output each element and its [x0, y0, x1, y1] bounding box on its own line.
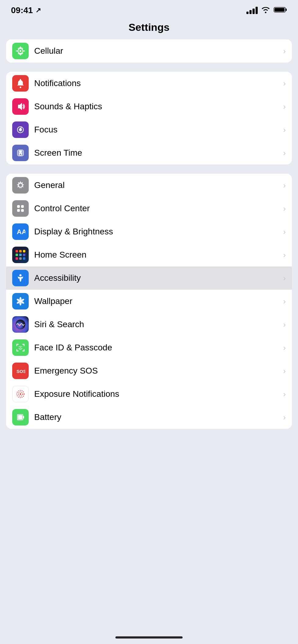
svg-point-4	[20, 50, 21, 52]
settings-row-focus[interactable]: Focus ›	[6, 118, 292, 141]
wallpaper-chevron: ›	[283, 297, 286, 306]
svg-rect-1	[285, 9, 287, 11]
settings-row-display[interactable]: AA Display & Brightness ›	[6, 220, 292, 243]
faceid-chevron: ›	[283, 343, 286, 353]
battery-icon-row	[12, 409, 29, 425]
svg-rect-15	[17, 205, 20, 208]
settings-row-battery[interactable]: Battery ›	[6, 406, 292, 429]
settings-row-accessibility[interactable]: Accessibility ›	[6, 266, 292, 290]
svg-rect-24	[19, 254, 22, 256]
controlcenter-icon	[12, 200, 29, 217]
svg-rect-46	[18, 415, 22, 419]
faceid-icon	[12, 339, 29, 356]
sounds-chevron: ›	[283, 102, 286, 111]
settings-row-notifications[interactable]: Notifications ›	[6, 72, 292, 95]
notifications-chevron: ›	[283, 79, 286, 88]
settings-row-wallpaper[interactable]: Wallpaper ›	[6, 290, 292, 313]
focus-icon	[12, 121, 29, 138]
battery-chevron: ›	[283, 413, 286, 422]
svg-text:SOS: SOS	[16, 369, 25, 374]
svg-rect-22	[23, 250, 25, 252]
emergencysos-icon: SOS	[12, 363, 29, 379]
homescreen-label: Home Screen	[34, 250, 281, 260]
homescreen-icon	[12, 247, 29, 263]
general-icon	[12, 177, 29, 194]
svg-point-40	[21, 346, 22, 347]
settings-group-cellular: Cellular ›	[6, 39, 292, 63]
settings-row-siri[interactable]: Siri & Search ›	[6, 313, 292, 336]
battery-label: Battery	[34, 412, 281, 422]
display-chevron: ›	[283, 227, 286, 237]
siri-icon	[12, 316, 29, 333]
svg-text:AA: AA	[17, 228, 25, 236]
wifi-icon	[261, 6, 270, 14]
exposure-label: Exposure Notifications	[34, 389, 281, 399]
screentime-icon	[12, 145, 29, 161]
settings-row-exposure[interactable]: Exposure Notifications ›	[6, 382, 292, 406]
accessibility-label: Accessibility	[34, 273, 281, 283]
sounds-icon	[12, 98, 29, 115]
page-title: Settings	[0, 18, 298, 39]
status-icons	[246, 6, 287, 14]
svg-point-14	[19, 184, 22, 187]
settings-row-faceid[interactable]: Face ID & Passcode ›	[6, 336, 292, 359]
controlcenter-label: Control Center	[34, 204, 281, 213]
svg-rect-2	[274, 8, 285, 12]
display-label: Display & Brightness	[34, 227, 281, 237]
signal-icon	[246, 7, 258, 14]
focus-chevron: ›	[283, 125, 286, 135]
svg-rect-18	[21, 209, 24, 212]
exposure-icon	[12, 386, 29, 402]
svg-rect-21	[19, 250, 22, 252]
settings-group-notifications: Notifications › Sounds & Haptics ›	[6, 72, 292, 165]
home-indicator	[115, 636, 183, 639]
svg-rect-16	[21, 205, 24, 208]
status-bar: 09:41 ↗	[0, 0, 298, 18]
settings-group-general: General › Control Center › AA	[6, 174, 292, 429]
status-time: 09:41 ↗	[11, 5, 41, 15]
settings-row-sounds[interactable]: Sounds & Haptics ›	[6, 95, 292, 118]
battery-icon	[274, 6, 287, 14]
emergencysos-chevron: ›	[283, 366, 286, 376]
wallpaper-icon	[12, 293, 29, 309]
svg-point-39	[19, 346, 20, 347]
exposure-chevron: ›	[283, 389, 286, 399]
cellular-label: Cellular	[34, 46, 281, 56]
settings-card-cellular: Cellular ›	[6, 39, 292, 63]
cellular-chevron: ›	[283, 46, 286, 56]
settings-row-emergencysos[interactable]: SOS Emergency SOS ›	[6, 359, 292, 382]
cellular-icon	[12, 43, 29, 59]
clock: 09:41	[11, 5, 33, 15]
settings-card-general: General › Control Center › AA	[6, 174, 292, 429]
accessibility-chevron: ›	[283, 273, 286, 283]
svg-marker-10	[18, 103, 22, 110]
settings-row-cellular[interactable]: Cellular ›	[6, 39, 292, 63]
location-arrow-icon: ↗	[35, 6, 41, 14]
svg-rect-23	[16, 254, 18, 256]
notifications-icon	[12, 75, 29, 92]
svg-rect-27	[19, 257, 22, 260]
general-label: General	[34, 180, 281, 190]
settings-row-controlcenter[interactable]: Control Center ›	[6, 197, 292, 220]
notifications-label: Notifications	[34, 78, 281, 88]
svg-rect-17	[17, 209, 20, 212]
general-chevron: ›	[283, 181, 286, 190]
settings-row-general[interactable]: General ›	[6, 174, 292, 197]
sounds-label: Sounds & Haptics	[34, 102, 281, 111]
svg-point-29	[20, 274, 22, 277]
wallpaper-label: Wallpaper	[34, 296, 281, 306]
svg-point-37	[19, 300, 22, 302]
settings-row-screentime[interactable]: Screen Time ›	[6, 141, 292, 165]
display-icon: AA	[12, 223, 29, 240]
controlcenter-chevron: ›	[283, 204, 286, 213]
svg-rect-28	[23, 257, 25, 260]
faceid-label: Face ID & Passcode	[34, 343, 281, 353]
homescreen-chevron: ›	[283, 250, 286, 260]
accessibility-icon	[12, 270, 29, 286]
settings-row-homescreen[interactable]: Home Screen ›	[6, 243, 292, 266]
screentime-label: Screen Time	[34, 148, 281, 158]
emergencysos-label: Emergency SOS	[34, 366, 281, 376]
focus-label: Focus	[34, 125, 281, 135]
screentime-chevron: ›	[283, 148, 286, 158]
settings-card-notifications: Notifications › Sounds & Haptics ›	[6, 72, 292, 165]
